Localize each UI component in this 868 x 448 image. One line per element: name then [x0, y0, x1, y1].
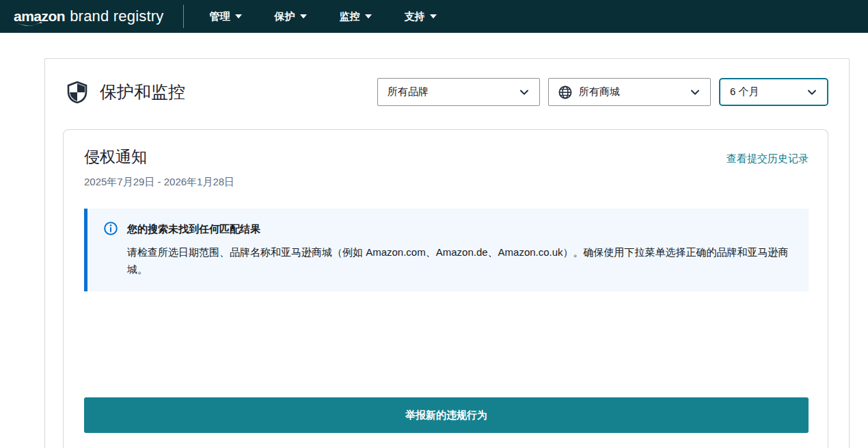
- amazon-smile-icon: [16, 21, 43, 28]
- alert-title: 您的搜索未找到任何匹配结果: [127, 220, 795, 237]
- chevron-down-icon: [690, 87, 701, 98]
- amazon-logo: amazon: [14, 8, 65, 25]
- brand-registry-wordmark: brand registry: [70, 8, 163, 25]
- filter-bar: 所有品牌 所有商城 6 个月: [377, 78, 828, 106]
- caret-down-icon: [430, 14, 437, 18]
- protect-monitor-card: 保护和监控 所有品牌 所有商城: [44, 58, 850, 448]
- report-violation-button[interactable]: 举报新的违规行为: [84, 397, 809, 433]
- nav-divider: [183, 5, 184, 28]
- no-results-alert: 您的搜索未找到任何匹配结果 请检查所选日期范围、品牌名称和亚马逊商城（例如 Am…: [84, 209, 809, 291]
- caret-down-icon: [365, 14, 372, 18]
- shield-icon: [67, 81, 87, 103]
- chevron-down-icon: [519, 87, 530, 98]
- chevron-down-icon: [806, 87, 817, 98]
- panel-header: 侵权通知 查看提交历史记录: [84, 146, 809, 168]
- infringement-panel: 侵权通知 查看提交历史记录 2025年7月29日 - 2026年1月28日 您的…: [63, 129, 828, 448]
- marketplace-select[interactable]: 所有商城: [548, 78, 711, 106]
- page-title: 保护和监控: [100, 81, 185, 103]
- date-range: 2025年7月29日 - 2026年1月28日: [84, 176, 809, 189]
- caret-down-icon: [235, 14, 242, 18]
- alert-body: 您的搜索未找到任何匹配结果 请检查所选日期范围、品牌名称和亚马逊商城（例如 Am…: [127, 220, 795, 278]
- panel-title: 侵权通知: [84, 146, 147, 168]
- brand-registry-logo[interactable]: amazon brand registry: [14, 8, 164, 25]
- top-navbar: amazon brand registry 管理 保护 监控 支持: [0, 0, 868, 33]
- brand-select[interactable]: 所有品牌: [377, 78, 540, 106]
- card-header: 保护和监控 所有品牌 所有商城: [45, 59, 849, 106]
- alert-text: 请检查所选日期范围、品牌名称和亚马逊商城（例如 Amazon.com、Amazo…: [127, 243, 795, 278]
- nav-item-monitor[interactable]: 监控: [323, 0, 388, 33]
- nav-menu: 管理 保护 监控 支持: [193, 0, 453, 33]
- info-icon: [104, 222, 118, 235]
- nav-item-manage[interactable]: 管理: [193, 0, 258, 33]
- brand-select-value: 所有品牌: [388, 85, 429, 98]
- nav-item-protect[interactable]: 保护: [258, 0, 323, 33]
- period-select[interactable]: 6 个月: [719, 78, 828, 106]
- period-select-value: 6 个月: [730, 85, 759, 98]
- nav-item-support[interactable]: 支持: [388, 0, 453, 33]
- submission-history-link[interactable]: 查看提交历史记录: [727, 153, 809, 168]
- caret-down-icon: [300, 14, 307, 18]
- marketplace-select-value: 所有商城: [579, 85, 620, 98]
- page-title-group: 保护和监控: [67, 81, 185, 103]
- globe-icon: [558, 85, 572, 99]
